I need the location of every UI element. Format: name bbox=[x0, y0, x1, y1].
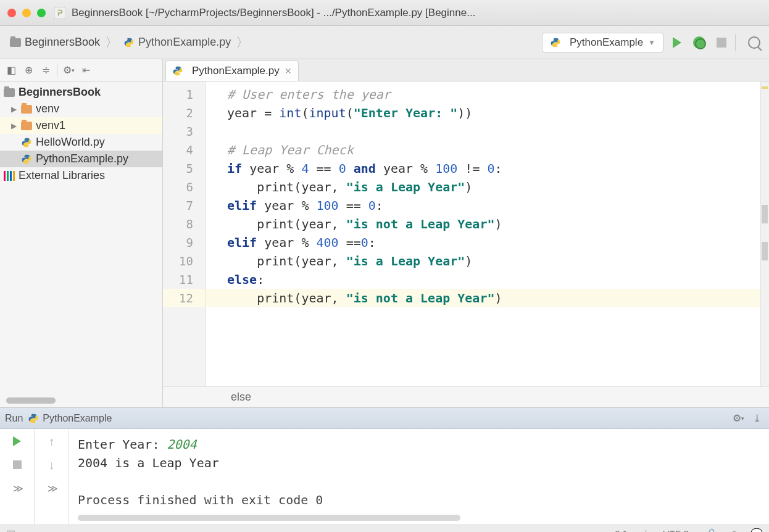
code-editor[interactable]: 1 2 3 4 5 6 7 8 9 10 11 12 # User enters… bbox=[163, 81, 769, 386]
folder-icon bbox=[4, 88, 15, 97]
line-number: 1 bbox=[163, 85, 206, 104]
breadcrumb-project[interactable]: BeginnersBook bbox=[6, 33, 104, 51]
debug-button[interactable] bbox=[691, 34, 708, 51]
line-number: 4 bbox=[163, 141, 206, 159]
run-config-label: PythonExample bbox=[570, 36, 643, 49]
error-stripe[interactable] bbox=[760, 81, 769, 386]
tree-item-pythonexample[interactable]: PythonExample.py bbox=[0, 151, 162, 167]
caret-position[interactable]: 6:1 bbox=[615, 528, 628, 532]
export-icon[interactable]: ⤓ bbox=[749, 411, 764, 426]
line-number: 6 bbox=[163, 178, 206, 196]
tree-item-venv1[interactable]: ▶ venv1 bbox=[0, 117, 162, 134]
breadcrumb-project-label: BeginnersBook bbox=[25, 36, 100, 49]
expand-all-icon[interactable]: ≑ bbox=[38, 63, 53, 78]
tree-item-helloworld[interactable]: HelloWorld.py bbox=[0, 134, 162, 151]
run-toolbar-left: ≫ bbox=[0, 429, 35, 525]
scroll-marker[interactable] bbox=[762, 242, 768, 260]
breadcrumb-file[interactable]: PythonExample.py bbox=[120, 33, 235, 51]
scrollbar-thumb[interactable] bbox=[6, 397, 56, 404]
search-icon bbox=[748, 36, 760, 49]
settings-gear-icon[interactable]: ⚙▾ bbox=[61, 63, 76, 78]
main-area: ◧ ⊕ ≑ ⚙▾ ⇤ BeginnersBook ▶ venv ▶ venv1 bbox=[0, 59, 769, 407]
tree-root[interactable]: BeginnersBook bbox=[0, 84, 162, 101]
stop-button[interactable] bbox=[10, 457, 25, 472]
svg-point-4 bbox=[557, 45, 557, 46]
scroll-marker[interactable] bbox=[762, 205, 768, 223]
folder-icon bbox=[21, 122, 32, 130]
tree-external-libraries[interactable]: External Libraries bbox=[0, 167, 162, 184]
zoom-window-icon[interactable] bbox=[37, 9, 46, 17]
tree-item-label: External Libraries bbox=[19, 169, 105, 182]
expand-arrow-icon[interactable]: ▶ bbox=[11, 122, 20, 130]
file-encoding[interactable]: UTF-8⇵ bbox=[663, 528, 695, 532]
run-toolbar-nav: ↑ ↓ ≫ bbox=[35, 429, 69, 525]
hide-panel-icon[interactable]: ⇤ bbox=[78, 63, 93, 78]
line-number-gutter: 1 2 3 4 5 6 7 8 9 10 11 12 bbox=[163, 81, 206, 386]
close-tab-icon[interactable]: ✕ bbox=[285, 66, 292, 76]
code-content[interactable]: # User enters the yearyear = int(input("… bbox=[206, 81, 769, 386]
status-bar: ▣ 6:1 n/a UTF-8⇵ 🔒 ☻ 💬 bbox=[0, 525, 769, 532]
titlebar: BeginnersBook [~/PycharmProjects/Beginne… bbox=[0, 0, 769, 26]
collapse-all-icon[interactable]: ⊕ bbox=[21, 63, 36, 78]
line-number: 11 bbox=[163, 270, 206, 289]
project-tool-window: ◧ ⊕ ≑ ⚙▾ ⇤ BeginnersBook ▶ venv ▶ venv1 bbox=[0, 59, 163, 407]
down-arrow-icon[interactable]: ↓ bbox=[44, 457, 59, 472]
stop-button[interactable] bbox=[713, 34, 730, 51]
editor-tab-label: PythonExample.py bbox=[192, 65, 280, 77]
tree-item-label: venv bbox=[36, 102, 59, 115]
python-file-icon bbox=[172, 65, 183, 77]
run-button[interactable] bbox=[668, 34, 686, 51]
navigation-toolbar: BeginnersBook 〉 PythonExample.py 〉 Pytho… bbox=[0, 26, 769, 59]
project-tree[interactable]: BeginnersBook ▶ venv ▶ venv1 HelloWorld.… bbox=[0, 81, 162, 186]
inspector-icon[interactable]: ☻ bbox=[729, 528, 739, 533]
bug-icon bbox=[693, 36, 705, 49]
tree-item-venv[interactable]: ▶ venv bbox=[0, 101, 162, 117]
python-file-icon bbox=[21, 154, 32, 165]
line-number: 5 bbox=[163, 159, 206, 178]
editor-tab[interactable]: PythonExample.py ✕ bbox=[165, 60, 299, 81]
console-output[interactable]: Enter Year: 2004 2004 is a Leap Year Pro… bbox=[69, 429, 769, 525]
divider bbox=[735, 34, 736, 51]
scroll-from-source-icon[interactable]: ◧ bbox=[4, 63, 19, 78]
line-number: 9 bbox=[163, 233, 206, 252]
chevron-right-icon: 〉 bbox=[236, 33, 249, 52]
editor-area: PythonExample.py ✕ 1 2 3 4 5 6 7 8 9 10 … bbox=[163, 59, 769, 407]
python-file-icon bbox=[21, 137, 32, 148]
breadcrumb-file-label: PythonExample.py bbox=[138, 36, 231, 49]
folder-icon bbox=[21, 105, 32, 114]
expand-arrow-icon[interactable]: ▶ bbox=[11, 105, 20, 114]
run-label: Run bbox=[5, 413, 23, 424]
console-line bbox=[78, 472, 760, 491]
search-everywhere-button[interactable] bbox=[746, 34, 763, 51]
python-file-icon bbox=[550, 37, 561, 48]
line-number: 10 bbox=[163, 252, 206, 270]
svg-point-1 bbox=[127, 39, 128, 39]
pycharm-app-icon bbox=[54, 7, 65, 19]
structure-breadcrumb[interactable]: else bbox=[163, 386, 769, 407]
project-toolbar: ◧ ⊕ ≑ ⚙▾ ⇤ bbox=[0, 59, 162, 81]
run-configuration-selector[interactable]: PythonExample ▼ bbox=[542, 33, 663, 52]
rerun-button[interactable] bbox=[10, 434, 25, 449]
breadcrumb-node[interactable]: else bbox=[231, 391, 251, 404]
stop-icon bbox=[717, 38, 726, 48]
more-icon[interactable]: ≫ bbox=[10, 481, 25, 496]
settings-gear-icon[interactable]: ⚙▾ bbox=[731, 411, 746, 426]
chevron-down-icon: ▼ bbox=[648, 38, 655, 47]
run-header: Run PythonExample ⚙▾ ⤓ bbox=[0, 408, 769, 429]
divider bbox=[57, 64, 57, 77]
window-title: BeginnersBook [~/PycharmProjects/Beginne… bbox=[72, 7, 762, 19]
line-number: 12 bbox=[163, 289, 206, 307]
up-arrow-icon[interactable]: ↑ bbox=[44, 434, 59, 449]
tree-root-label: BeginnersBook bbox=[19, 86, 101, 99]
scrollbar-thumb[interactable] bbox=[78, 515, 460, 521]
more-icon[interactable]: ≫ bbox=[44, 481, 59, 496]
libraries-icon bbox=[4, 171, 15, 181]
line-separator[interactable]: n/a bbox=[639, 528, 652, 532]
close-window-icon[interactable] bbox=[7, 9, 16, 17]
warning-marker[interactable] bbox=[762, 86, 768, 89]
feedback-icon[interactable]: 💬 bbox=[750, 528, 763, 532]
minimize-window-icon[interactable] bbox=[22, 9, 31, 17]
tool-window-toggle-icon[interactable]: ▣ bbox=[6, 528, 15, 532]
console-line: Enter Year: 2004 bbox=[78, 435, 760, 454]
lock-icon[interactable]: 🔒 bbox=[705, 528, 718, 532]
